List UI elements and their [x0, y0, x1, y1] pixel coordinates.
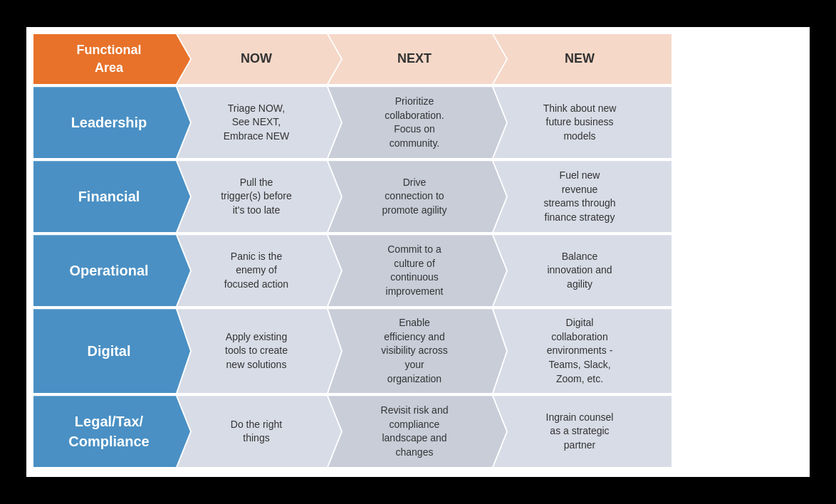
header-label: Functional Area: [77, 41, 142, 77]
header-label-cell: Functional Area: [33, 34, 190, 84]
header-next-cell: NEXT: [328, 34, 506, 84]
row-operational: Operational Panic is the enemy of focuse…: [33, 235, 803, 306]
next-digital: Enable efficiency and visibility across …: [328, 309, 506, 393]
label-financial: Financial: [33, 161, 190, 232]
label-operational: Operational: [33, 235, 190, 306]
label-legal: Legal/Tax/ Compliance: [33, 396, 190, 467]
header-new: NEW: [565, 50, 595, 68]
new-operational: Balance innovation and agility: [493, 235, 672, 306]
new-leadership: Think about new future business models: [493, 87, 672, 158]
header-now: NOW: [241, 50, 272, 68]
row-financial: Financial Pull the trigger(s) before it'…: [33, 161, 803, 232]
next-operational: Commit to a culture of continuous improv…: [328, 235, 506, 306]
new-legal: Ingrain counsel as a strategic partner: [493, 396, 672, 467]
row-digital: Digital Apply existing tools to create n…: [33, 309, 803, 393]
new-digital: Digital collaboration environments - Tea…: [493, 309, 672, 393]
next-legal: Revisit risk and compliance landscape an…: [328, 396, 506, 467]
now-digital: Apply existing tools to create new solut…: [177, 309, 341, 393]
header-row: Functional Area NOW NEXT NEW: [33, 34, 803, 84]
header-now-cell: NOW: [177, 34, 341, 84]
header-next: NEXT: [397, 50, 432, 68]
new-financial: Fuel new revenue streams through finance…: [493, 161, 672, 232]
now-legal: Do the right things: [177, 396, 341, 467]
label-digital: Digital: [33, 309, 190, 393]
chart-container: Functional Area NOW NEXT NEW Leadership …: [26, 27, 810, 477]
now-financial: Pull the trigger(s) before it's too late: [177, 161, 341, 232]
now-operational: Panic is the enemy of focused action: [177, 235, 341, 306]
header-new-cell: NEW: [493, 34, 672, 84]
now-leadership: Triage NOW, See NEXT, Embrace NEW: [177, 87, 341, 158]
row-leadership: Leadership Triage NOW, See NEXT, Embrace…: [33, 87, 803, 158]
row-legal: Legal/Tax/ Compliance Do the right thing…: [33, 396, 803, 467]
label-leadership: Leadership: [33, 87, 190, 158]
next-financial: Drive connection to promote agility: [328, 161, 506, 232]
next-leadership: Prioritize collaboration. Focus on commu…: [328, 87, 506, 158]
